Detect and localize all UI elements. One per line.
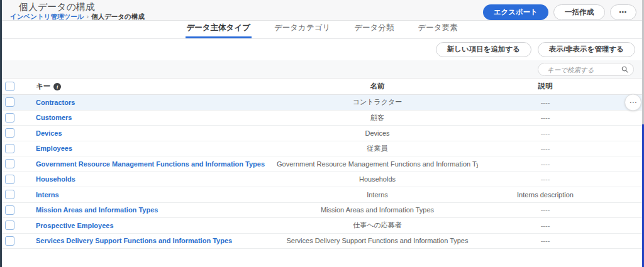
row-checkbox-cell	[0, 236, 25, 246]
table-header-row: キー i 名前 説明	[0, 79, 644, 95]
select-all-checkbox[interactable]	[5, 82, 14, 91]
row-name: コントラクター	[277, 97, 478, 107]
row-key-link[interactable]: Prospective Employees	[36, 222, 114, 229]
more-options-button[interactable]: ⋯	[610, 4, 636, 20]
row-description: ----	[478, 237, 644, 244]
table-row[interactable]: Services Delivery Support Functions and …	[0, 234, 644, 249]
row-key-link[interactable]: Devices	[36, 129, 62, 137]
row-key-link[interactable]: Government Resource Management Functions…	[36, 160, 265, 168]
row-actions-button[interactable]: ⋯	[625, 94, 641, 111]
row-key-link[interactable]: Employees	[36, 144, 72, 152]
row-key-cell: Contractors	[25, 99, 277, 106]
data-table: キー i 名前 説明 Contractors コントラクター ---- ⋯ Cu…	[0, 79, 644, 249]
row-name: 顧客	[277, 113, 478, 123]
column-header-key-label: キー	[36, 82, 50, 91]
row-key-cell: Services Delivery Support Functions and …	[25, 237, 277, 244]
table-row[interactable]: Customers 顧客 ----	[0, 111, 644, 126]
row-checkbox-cell	[0, 221, 25, 230]
row-description: ----	[478, 144, 644, 152]
row-description: ----	[478, 175, 644, 183]
tab-data-classifications[interactable]: データ分類	[353, 23, 395, 38]
row-checkbox[interactable]	[5, 144, 14, 153]
row-key-link[interactable]: Services Delivery Support Functions and …	[36, 237, 232, 244]
row-key-link[interactable]: Households	[36, 175, 75, 183]
header-actions: エクスポート 一括作成 ⋯	[483, 4, 636, 20]
row-key-cell: Customers	[25, 114, 277, 121]
search-band	[0, 60, 644, 79]
row-name: 仕事への応募者	[277, 221, 478, 230]
tab-data-elements[interactable]: データ要素	[416, 23, 458, 38]
ellipsis-icon: ⋯	[619, 8, 628, 17]
search-input[interactable]	[546, 65, 621, 74]
row-checkbox-cell	[0, 205, 25, 215]
table-row[interactable]: Prospective Employees 仕事への応募者 ----	[0, 218, 644, 234]
breadcrumb-current: 個人データの構成	[91, 13, 145, 20]
row-checkbox-cell	[0, 190, 25, 199]
tab-data-subject-types[interactable]: データ主体タイプ	[186, 23, 252, 38]
row-checkbox[interactable]	[5, 221, 14, 230]
title-block: 個人データの構成 インベントリ管理ツール›個人データの構成	[0, 0, 145, 20]
toolbar: 新しい項目を追加する 表示/非表示を管理する	[0, 39, 644, 60]
row-key-cell: Devices	[25, 129, 277, 137]
row-checkbox-cell	[0, 128, 25, 138]
row-key-link[interactable]: Mission Areas and Information Types	[36, 206, 158, 214]
row-checkbox-cell	[0, 159, 25, 168]
row-checkbox[interactable]	[5, 97, 14, 107]
column-header-name: 名前	[277, 82, 478, 91]
table-body: Contractors コントラクター ---- ⋯ Customers 顧客 …	[0, 95, 644, 249]
ellipsis-icon: ⋯	[630, 99, 637, 106]
table-row[interactable]: Government Resource Management Functions…	[0, 156, 644, 172]
row-checkbox[interactable]	[5, 190, 14, 199]
search-icon	[621, 66, 628, 73]
breadcrumb: インベントリ管理ツール›個人データの構成	[10, 13, 145, 20]
column-header-key: キー i	[25, 82, 277, 91]
row-checkbox[interactable]	[5, 175, 14, 184]
left-edge-strip	[0, 0, 2, 267]
row-checkbox[interactable]	[5, 205, 14, 215]
row-checkbox-cell	[0, 144, 25, 153]
row-key-link[interactable]: Customers	[36, 114, 72, 121]
row-key-cell: Households	[25, 175, 277, 183]
search-box[interactable]	[538, 63, 634, 76]
row-checkbox[interactable]	[5, 159, 14, 168]
row-checkbox[interactable]	[5, 128, 14, 138]
row-description: ----	[478, 99, 644, 106]
page-header: 個人データの構成 インベントリ管理ツール›個人データの構成 エクスポート 一括作…	[0, 0, 644, 21]
breadcrumb-link-inventory[interactable]: インベントリ管理ツール	[10, 13, 84, 20]
table-row[interactable]: Employees 従業員 ----	[0, 141, 644, 157]
bulk-create-button[interactable]: 一括作成	[553, 4, 605, 20]
row-key-cell: Employees	[25, 144, 277, 152]
row-checkbox[interactable]	[5, 236, 14, 246]
row-key-cell: Interns	[25, 191, 277, 199]
row-key-cell: Government Resource Management Functions…	[25, 160, 277, 168]
table-row[interactable]: Households Households ----	[0, 172, 644, 188]
table-row[interactable]: Interns Interns Interns description	[0, 187, 644, 203]
row-checkbox-cell	[0, 113, 25, 123]
tab-bar: データ主体タイプ データカテゴリ データ分類 データ要素	[0, 21, 644, 39]
row-description: ----	[478, 114, 644, 121]
row-name: Government Resource Management Functions…	[277, 160, 478, 168]
row-name: Households	[277, 175, 478, 183]
row-checkbox-cell	[0, 175, 25, 184]
info-icon[interactable]: i	[53, 83, 61, 90]
page-title: 個人データの構成	[19, 1, 145, 12]
table-row[interactable]: Contractors コントラクター ---- ⋯	[0, 95, 644, 111]
row-description: ----	[478, 129, 644, 137]
add-item-button[interactable]: 新しい項目を追加する	[436, 42, 531, 57]
tab-data-categories[interactable]: データカテゴリ	[273, 23, 331, 38]
row-key-cell: Mission Areas and Information Types	[25, 206, 277, 214]
row-name: Interns	[277, 191, 478, 199]
row-checkbox-cell	[0, 97, 25, 107]
table-row[interactable]: Devices Devices ----	[0, 126, 644, 141]
column-header-description: 説明	[478, 82, 644, 91]
row-name: Mission Areas and Information Types	[277, 206, 478, 214]
row-key-link[interactable]: Contractors	[36, 99, 75, 106]
manage-visibility-button[interactable]: 表示/非表示を管理する	[538, 42, 635, 57]
row-name: Devices	[277, 129, 478, 137]
row-key-link[interactable]: Interns	[36, 191, 59, 199]
export-button[interactable]: エクスポート	[483, 4, 548, 20]
row-description: ----	[478, 206, 644, 214]
row-description: ----	[478, 222, 644, 229]
table-row[interactable]: Mission Areas and Information Types Miss…	[0, 203, 644, 219]
row-checkbox[interactable]	[5, 113, 14, 123]
